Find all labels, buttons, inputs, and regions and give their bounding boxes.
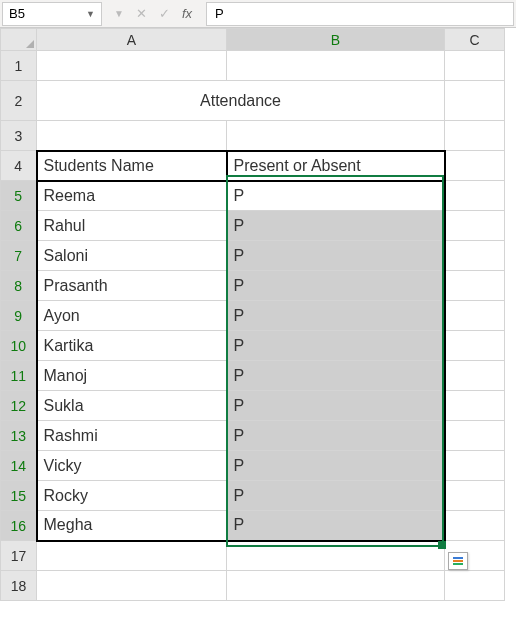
cell-b10[interactable]: P [227, 331, 445, 361]
cancel-icon[interactable]: ✕ [136, 6, 147, 21]
cell-c7[interactable] [445, 241, 505, 271]
cell-b12[interactable]: P [227, 391, 445, 421]
cell-c12[interactable] [445, 391, 505, 421]
row-header-3[interactable]: 3 [1, 121, 37, 151]
cell-a1[interactable] [37, 51, 227, 81]
row-header-11[interactable]: 11 [1, 361, 37, 391]
name-box-value: B5 [9, 6, 25, 21]
row-header-12[interactable]: 12 [1, 391, 37, 421]
col-header-c[interactable]: C [445, 29, 505, 51]
cell-b13[interactable]: P [227, 421, 445, 451]
cell-a15[interactable]: Rocky [37, 481, 227, 511]
row-header-9[interactable]: 9 [1, 301, 37, 331]
row-header-10[interactable]: 10 [1, 331, 37, 361]
cell-b9[interactable]: P [227, 301, 445, 331]
cell-a11[interactable]: Manoj [37, 361, 227, 391]
row-header-18[interactable]: 18 [1, 571, 37, 601]
autofill-options-icon[interactable] [448, 552, 468, 570]
cell-b14[interactable]: P [227, 451, 445, 481]
enter-icon[interactable]: ✓ [159, 6, 170, 21]
cell-a12[interactable]: Sukla [37, 391, 227, 421]
formula-input[interactable]: P [206, 2, 514, 26]
cell-b8[interactable]: P [227, 271, 445, 301]
row-header-8[interactable]: 8 [1, 271, 37, 301]
cell-a8[interactable]: Prasanth [37, 271, 227, 301]
col-header-b[interactable]: B [227, 29, 445, 51]
cell-c14[interactable] [445, 451, 505, 481]
cell-a14[interactable]: Vicky [37, 451, 227, 481]
dropdown-icon[interactable]: ▼ [114, 8, 124, 19]
title-cell[interactable]: Attendance [37, 81, 445, 121]
spreadsheet-grid[interactable]: A B C 1 2 Attendance 3 4 Students Name P… [0, 28, 516, 601]
name-box[interactable]: B5 ▼ [2, 2, 102, 26]
header-status[interactable]: Present or Absent [227, 151, 445, 181]
row-header-16[interactable]: 16 [1, 511, 37, 541]
cell-b5[interactable]: P [227, 181, 445, 211]
cell-b11[interactable]: P [227, 361, 445, 391]
cell-c9[interactable] [445, 301, 505, 331]
cell-c6[interactable] [445, 211, 505, 241]
row-header-17[interactable]: 17 [1, 541, 37, 571]
cell-b6[interactable]: P [227, 211, 445, 241]
row-header-7[interactable]: 7 [1, 241, 37, 271]
cell-b16[interactable]: P [227, 511, 445, 541]
row-header-14[interactable]: 14 [1, 451, 37, 481]
cell-a7[interactable]: Saloni [37, 241, 227, 271]
cell-c10[interactable] [445, 331, 505, 361]
cell-c4[interactable] [445, 151, 505, 181]
formula-bar: B5 ▼ ▼ ✕ ✓ fx P [0, 0, 516, 28]
cell-a5[interactable]: Reema [37, 181, 227, 211]
cell-c5[interactable] [445, 181, 505, 211]
cell-c3[interactable] [445, 121, 505, 151]
cell-c15[interactable] [445, 481, 505, 511]
cell-a3[interactable] [37, 121, 227, 151]
cell-a13[interactable]: Rashmi [37, 421, 227, 451]
cell-c8[interactable] [445, 271, 505, 301]
select-all-corner[interactable] [1, 29, 37, 51]
row-header-5[interactable]: 5 [1, 181, 37, 211]
cell-b1[interactable] [227, 51, 445, 81]
cell-b7[interactable]: P [227, 241, 445, 271]
cell-c11[interactable] [445, 361, 505, 391]
cell-b18[interactable] [227, 571, 445, 601]
formula-input-value: P [215, 6, 224, 21]
cell-c13[interactable] [445, 421, 505, 451]
cell-a9[interactable]: Ayon [37, 301, 227, 331]
fx-icon[interactable]: fx [182, 6, 192, 21]
cell-b17[interactable] [227, 541, 445, 571]
row-header-15[interactable]: 15 [1, 481, 37, 511]
row-header-4[interactable]: 4 [1, 151, 37, 181]
cell-b3[interactable] [227, 121, 445, 151]
cell-a16[interactable]: Megha [37, 511, 227, 541]
row-header-1[interactable]: 1 [1, 51, 37, 81]
cell-c16[interactable] [445, 511, 505, 541]
cell-a10[interactable]: Kartika [37, 331, 227, 361]
row-header-13[interactable]: 13 [1, 421, 37, 451]
cell-a18[interactable] [37, 571, 227, 601]
row-header-6[interactable]: 6 [1, 211, 37, 241]
cell-a6[interactable]: Rahul [37, 211, 227, 241]
cell-b15[interactable]: P [227, 481, 445, 511]
cell-c1[interactable] [445, 51, 505, 81]
name-box-dropdown-icon[interactable]: ▼ [86, 9, 95, 19]
cell-c2[interactable] [445, 81, 505, 121]
header-students[interactable]: Students Name [37, 151, 227, 181]
formula-bar-buttons: ▼ ✕ ✓ fx [104, 6, 206, 21]
cell-a17[interactable] [37, 541, 227, 571]
row-header-2[interactable]: 2 [1, 81, 37, 121]
col-header-a[interactable]: A [37, 29, 227, 51]
cell-c18[interactable] [445, 571, 505, 601]
